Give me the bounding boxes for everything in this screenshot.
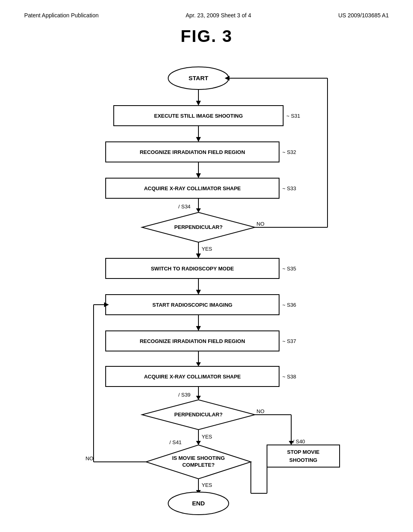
s36-label: ~ S36 — [282, 302, 296, 308]
start-label: START — [189, 75, 209, 81]
svg-marker-11 — [196, 208, 201, 212]
s35-text: SWITCH TO RADIOSCOPY MODE — [151, 266, 234, 272]
s41-text-2: COMPLETE? — [182, 462, 215, 468]
svg-marker-5 — [196, 137, 201, 142]
svg-marker-14 — [196, 254, 201, 258]
s40-text-1: STOP MOVIE — [287, 449, 320, 455]
s33-text: ACQUIRE X-RAY COLLIMATOR SHAPE — [144, 185, 241, 191]
s39-no: NO — [257, 408, 265, 414]
s39-label-pos: / S39 — [178, 392, 190, 398]
s41-text-1: IS MOVIE SHOOTING — [172, 455, 225, 461]
s39-text: PERPENDICULAR? — [174, 411, 223, 418]
svg-marker-21 — [196, 290, 201, 295]
s34-text: PERPENDICULAR? — [174, 224, 223, 230]
svg-marker-33 — [196, 441, 201, 445]
header-right: US 2009/103685 A1 — [338, 12, 389, 19]
s37-label: ~ S37 — [282, 338, 296, 344]
s31-text: EXECUTE STILL IMAGE SHOOTING — [154, 113, 243, 119]
s34-no: NO — [257, 221, 265, 227]
svg-marker-27 — [196, 362, 201, 366]
s38-text: ACQUIRE X-RAY COLLIMATOR SHAPE — [144, 374, 241, 380]
s39-yes: YES — [202, 434, 212, 440]
svg-marker-8 — [196, 173, 201, 178]
s32-text: RECOGNIZE IRRADIATION FIELD REGION — [140, 149, 245, 155]
figure-title: FIG. 3 — [24, 27, 389, 46]
s41-label-pos: / S41 — [169, 439, 181, 445]
svg-marker-24 — [196, 326, 201, 331]
svg-marker-30 — [196, 396, 201, 400]
s34-label-pos: / S34 — [178, 204, 190, 210]
s31-label: ~ S31 — [286, 113, 300, 119]
s37-text: RECOGNIZE IRRADIATION FIELD REGION — [140, 338, 245, 344]
s34-yes: YES — [202, 246, 212, 252]
s36-text: START RADIOSCOPIC IMAGING — [152, 302, 232, 308]
s35-label: ~ S35 — [282, 266, 296, 272]
s38-label: ~ S38 — [282, 374, 296, 380]
header-center: Apr. 23, 2009 Sheet 3 of 4 — [186, 12, 251, 19]
s32-label: ~ S32 — [282, 149, 296, 155]
s33-label: ~ S33 — [282, 185, 296, 191]
svg-rect-37 — [267, 445, 340, 467]
flowchart: START EXECUTE STILL IMAGE SHOOTING ~ S31… — [61, 58, 352, 522]
s40-label: / S40 — [293, 438, 305, 445]
page-header: Patent Application Publication Apr. 23, … — [24, 12, 389, 19]
svg-marker-2 — [196, 101, 201, 106]
s40-text-2: SHOOTING — [289, 457, 317, 463]
end-label: END — [192, 500, 205, 507]
s41-no: NO — [86, 455, 94, 461]
header-left: Patent Application Publication — [24, 12, 98, 19]
page: Patent Application Publication Apr. 23, … — [0, 0, 413, 532]
s41-yes: YES — [202, 482, 212, 488]
